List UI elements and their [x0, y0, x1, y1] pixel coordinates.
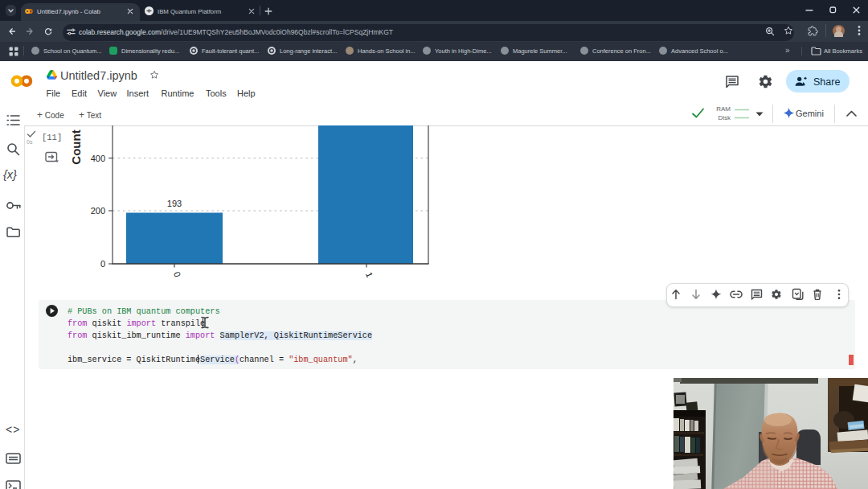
svg-text:400: 400	[91, 154, 105, 163]
svg-text:1: 1	[364, 270, 375, 278]
svg-text:0: 0	[100, 259, 105, 269]
svg-text:200: 200	[91, 206, 105, 216]
svg-text:0: 0	[172, 270, 182, 278]
svg-text:Count: Count	[69, 129, 83, 164]
svg-text:193: 193	[167, 199, 182, 208]
